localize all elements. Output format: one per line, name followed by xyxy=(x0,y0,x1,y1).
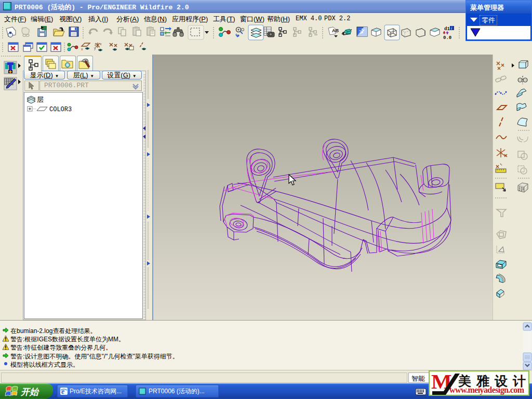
svg-text:www.meiyadesign.com: www.meiyadesign.com xyxy=(449,385,525,395)
svg-text:AB: AB xyxy=(332,28,339,33)
svg-text:y: y xyxy=(94,46,96,50)
svg-text:d1: d1 xyxy=(444,26,450,32)
svg-text:0.0: 0.0 xyxy=(443,35,451,41)
svg-text:Pro/E技术咨询网...: Pro/E技术咨询网... xyxy=(70,388,122,395)
svg-text:开始: 开始 xyxy=(20,387,39,397)
svg-text:i: i xyxy=(451,26,452,31)
svg-text:x: x xyxy=(100,42,102,46)
svg-text:COLOR3: COLOR3 xyxy=(49,106,72,113)
svg-text:PRT0006 (活动的)...: PRT0006 (活动的)... xyxy=(149,388,205,395)
svg-text:z: z xyxy=(95,43,97,46)
svg-text:层: 层 xyxy=(37,96,44,103)
svg-text:x: x xyxy=(81,47,83,51)
